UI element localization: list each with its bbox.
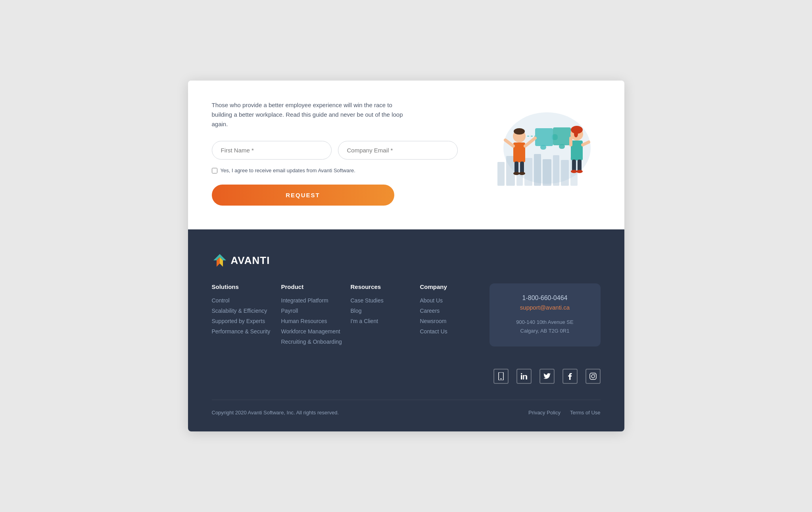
- company-link-about[interactable]: About Us: [420, 297, 490, 304]
- product-link-workforce[interactable]: Workforce Management: [281, 328, 351, 335]
- footer-columns: Solutions Control Scalability & Efficien…: [212, 283, 601, 349]
- svg-rect-14: [553, 134, 558, 140]
- checkbox-row: Yes, I agree to receive email updates fr…: [212, 167, 458, 173]
- svg-rect-45: [590, 373, 596, 379]
- request-button[interactable]: REQUEST: [212, 185, 394, 206]
- footer-bottom: Copyright 2020 Avanti Software, Inc. All…: [212, 400, 601, 416]
- solutions-title: Solutions: [212, 283, 281, 290]
- product-link-recruiting[interactable]: Recruiting & Onboarding: [281, 339, 351, 345]
- company-link-careers[interactable]: Careers: [420, 308, 490, 314]
- product-link-hr[interactable]: Human Resources: [281, 318, 351, 324]
- svg-point-47: [594, 374, 595, 375]
- company-title: Company: [420, 283, 490, 290]
- footer-logo: AVANTI: [212, 253, 601, 268]
- svg-point-42: [500, 378, 501, 379]
- product-link-integrated[interactable]: Integrated Platform: [281, 297, 351, 304]
- svg-rect-31: [571, 141, 583, 160]
- form-description: Those who provide a better employee expe…: [212, 100, 410, 129]
- form-content: Those who provide a better employee expe…: [212, 100, 458, 206]
- svg-rect-35: [578, 160, 582, 171]
- company-link-contact[interactable]: Contact Us: [420, 328, 490, 335]
- footer-col-company: Company About Us Careers Newsroom Contac…: [420, 283, 490, 349]
- address-line1: 900-140 10th Avenue SE: [516, 319, 573, 325]
- svg-rect-8: [561, 160, 569, 186]
- svg-point-44: [521, 373, 522, 375]
- svg-point-37: [576, 170, 583, 173]
- privacy-policy-link[interactable]: Privacy Policy: [528, 410, 561, 416]
- footer-email[interactable]: support@avanti.ca: [499, 304, 591, 311]
- footer-section: AVANTI Solutions Control Scalability & E…: [188, 229, 624, 431]
- footer-phone: 1-800-660-0464: [499, 294, 591, 302]
- resources-link-client[interactable]: I'm a Client: [351, 318, 420, 324]
- instagram-icon[interactable]: [585, 369, 601, 384]
- footer-col-solutions: Solutions Control Scalability & Efficien…: [212, 283, 281, 349]
- linkedin-icon[interactable]: [516, 369, 532, 384]
- product-title: Product: [281, 283, 351, 290]
- svg-point-27: [519, 172, 525, 175]
- consent-checkbox[interactable]: [212, 168, 217, 173]
- form-inputs: [212, 141, 458, 160]
- copyright-text: Copyright 2020 Avanti Software, Inc. All…: [212, 410, 339, 416]
- footer-col-resources: Resources Case Studies Blog I'm a Client: [351, 283, 420, 349]
- footer-address: 900-140 10th Avenue SE Calgary, AB T2G 0…: [499, 318, 591, 335]
- svg-rect-34: [572, 160, 576, 171]
- solutions-link-scalability[interactable]: Scalability & Efficiency: [212, 308, 281, 314]
- product-link-payroll[interactable]: Payroll: [281, 308, 351, 314]
- facebook-icon[interactable]: [562, 369, 578, 384]
- svg-rect-24: [514, 162, 518, 173]
- svg-rect-21: [513, 142, 525, 162]
- svg-point-46: [591, 375, 595, 378]
- terms-of-use-link[interactable]: Terms of Use: [570, 410, 601, 416]
- resources-link-blog[interactable]: Blog: [351, 308, 420, 314]
- social-icons: [212, 369, 601, 384]
- solutions-link-control[interactable]: Control: [212, 297, 281, 304]
- form-section: Those who provide a better employee expe…: [188, 81, 624, 229]
- svg-point-20: [514, 128, 525, 135]
- svg-rect-10: [535, 128, 553, 146]
- svg-rect-25: [520, 162, 524, 173]
- company-link-newsroom[interactable]: Newsroom: [420, 318, 490, 324]
- svg-rect-5: [534, 154, 541, 186]
- first-name-input[interactable]: [212, 141, 332, 160]
- solutions-link-experts[interactable]: Supported by Experts: [212, 318, 281, 324]
- address-line2: Calgary, AB T2G 0R1: [520, 328, 570, 334]
- footer-contact-box: 1-800-660-0464 support@avanti.ca 900-140…: [490, 283, 601, 346]
- svg-point-26: [513, 172, 520, 175]
- svg-rect-6: [543, 159, 551, 186]
- email-input[interactable]: [338, 141, 458, 160]
- resources-link-case-studies[interactable]: Case Studies: [351, 297, 420, 304]
- svg-rect-43: [521, 375, 522, 379]
- twitter-icon[interactable]: [539, 369, 555, 384]
- svg-rect-1: [497, 162, 505, 186]
- hero-illustration: [474, 100, 601, 204]
- svg-point-36: [571, 170, 577, 173]
- logo-text: AVANTI: [231, 254, 270, 267]
- solutions-link-performance[interactable]: Performance & Security: [212, 328, 281, 335]
- svg-rect-7: [553, 155, 559, 186]
- consent-label: Yes, I agree to receive email updates fr…: [221, 167, 355, 173]
- resources-title: Resources: [351, 283, 420, 290]
- svg-rect-4: [524, 158, 532, 186]
- svg-point-30: [574, 131, 578, 137]
- svg-rect-15: [559, 144, 565, 149]
- mobile-icon[interactable]: [493, 369, 509, 384]
- svg-rect-12: [540, 145, 546, 150]
- footer-col-product: Product Integrated Platform Payroll Huma…: [281, 283, 351, 349]
- footer-policy-links: Privacy Policy Terms of Use: [528, 410, 601, 416]
